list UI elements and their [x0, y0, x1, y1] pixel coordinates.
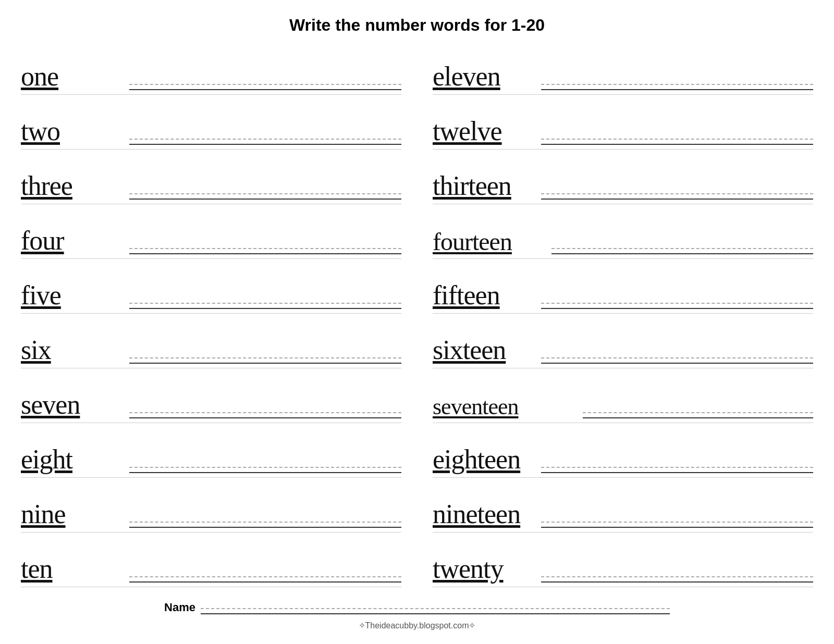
dotted-line — [541, 576, 813, 577]
list-item: four — [21, 209, 401, 256]
dotted-line — [129, 139, 401, 140]
list-item: twelve — [433, 100, 813, 147]
list-item: fifteen — [433, 264, 813, 311]
solid-line — [541, 363, 813, 364]
write-area-three[interactable] — [129, 193, 401, 200]
word-fifteen: fifteen — [433, 282, 537, 309]
word-thirteen: thirteen — [433, 172, 537, 200]
write-area-twelve[interactable] — [541, 139, 813, 145]
dotted-line — [541, 84, 813, 85]
word-four: four — [21, 227, 125, 254]
list-item: one — [21, 45, 401, 92]
solid-line — [129, 89, 401, 90]
list-item: two — [21, 100, 401, 147]
write-area-six[interactable] — [129, 357, 401, 364]
word-two: two — [21, 118, 125, 145]
page-title: Write the number words for 1-20 — [21, 16, 813, 35]
word-twenty: twenty — [433, 555, 537, 583]
word-seven: seven — [21, 391, 125, 418]
write-area-nine[interactable] — [129, 522, 401, 528]
solid-line — [541, 472, 813, 473]
write-area-one[interactable] — [129, 84, 401, 90]
dotted-line — [129, 522, 401, 523]
solid-line — [129, 363, 401, 364]
name-write-area[interactable] — [201, 608, 670, 614]
name-solid-line — [201, 613, 670, 614]
word-five: five — [21, 282, 125, 309]
list-item: fourteen — [433, 209, 813, 256]
write-area-thirteen[interactable] — [541, 193, 813, 200]
row-divider — [433, 532, 813, 532]
word-eight: eight — [21, 446, 125, 473]
name-dotted-line — [201, 608, 670, 609]
row-divider — [433, 258, 813, 259]
row-divider — [433, 313, 813, 314]
dotted-line — [129, 576, 401, 577]
solid-line — [551, 253, 813, 254]
write-area-two[interactable] — [129, 139, 401, 145]
list-item: nine — [21, 483, 401, 530]
write-area-seven[interactable] — [129, 412, 401, 418]
dotted-line — [541, 303, 813, 304]
dotted-line — [541, 139, 813, 140]
word-one: one — [21, 63, 125, 90]
solid-line — [541, 308, 813, 309]
solid-line — [541, 581, 813, 583]
list-item: twenty — [433, 538, 813, 585]
solid-line — [541, 527, 813, 528]
list-item: ten — [21, 538, 401, 585]
right-column: eleven twelve thirteen — [433, 45, 813, 592]
list-item: six — [21, 319, 401, 366]
write-area-eight[interactable] — [129, 467, 401, 473]
dotted-line — [129, 248, 401, 249]
write-area-five[interactable] — [129, 303, 401, 309]
row-divider — [21, 94, 401, 95]
word-eighteen: eighteen — [433, 446, 537, 473]
dotted-line — [541, 193, 813, 194]
row-divider — [433, 423, 813, 423]
write-area-sixteen[interactable] — [541, 357, 813, 364]
list-item: eighteen — [433, 428, 813, 475]
row-divider — [21, 587, 401, 587]
dotted-line — [129, 412, 401, 413]
write-area-eighteen[interactable] — [541, 467, 813, 473]
word-three: three — [21, 172, 125, 200]
row-divider — [21, 423, 401, 423]
word-twelve: twelve — [433, 118, 537, 145]
word-nine: nine — [21, 501, 125, 528]
write-area-ten[interactable] — [129, 576, 401, 583]
row-divider — [433, 94, 813, 95]
word-six: six — [21, 337, 125, 364]
list-item: five — [21, 264, 401, 311]
worksheet: Write the number words for 1-20 one two — [21, 10, 813, 630]
row-divider — [21, 532, 401, 532]
word-eleven: eleven — [433, 63, 537, 90]
solid-line — [129, 144, 401, 145]
solid-line — [541, 199, 813, 200]
row-divider — [21, 477, 401, 478]
dotted-line — [129, 303, 401, 304]
row-divider — [433, 587, 813, 587]
row-divider — [433, 149, 813, 150]
columns-container: one two three — [21, 45, 813, 592]
dotted-line — [129, 467, 401, 468]
write-area-nineteen[interactable] — [541, 522, 813, 528]
row-divider — [433, 368, 813, 368]
solid-line — [129, 253, 401, 254]
list-item: nineteen — [433, 483, 813, 530]
solid-line — [129, 581, 401, 583]
write-area-fourteen[interactable] — [551, 248, 813, 254]
write-area-eleven[interactable] — [541, 84, 813, 90]
write-area-seventeen[interactable] — [583, 412, 813, 418]
dotted-line — [129, 193, 401, 194]
row-divider — [21, 368, 401, 368]
list-item: seventeen — [433, 374, 813, 420]
dotted-line — [129, 84, 401, 85]
row-divider — [21, 313, 401, 314]
write-area-twenty[interactable] — [541, 576, 813, 583]
row-divider — [433, 204, 813, 204]
word-nineteen: nineteen — [433, 501, 537, 528]
write-area-four[interactable] — [129, 248, 401, 254]
word-sixteen: sixteen — [433, 337, 537, 364]
write-area-fifteen[interactable] — [541, 303, 813, 309]
